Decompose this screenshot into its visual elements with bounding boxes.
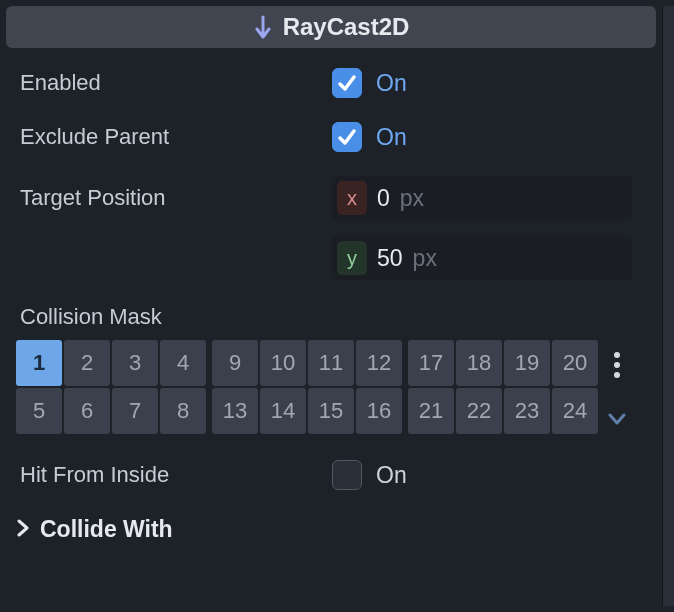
chevron-right-icon [16, 516, 30, 543]
section-header[interactable]: RayCast2D [6, 6, 656, 48]
mask-layer-cell[interactable]: 16 [356, 388, 402, 434]
mask-block: 910111213141516 [212, 340, 402, 434]
section-foldout-collide-with[interactable]: Collide With [6, 502, 664, 553]
mask-layer-cell[interactable]: 12 [356, 340, 402, 386]
hit-from-inside-state-text: On [376, 462, 407, 489]
collide-with-label: Collide With [40, 516, 173, 543]
target-position-y-value: 50 [377, 245, 403, 272]
property-label-collision-mask: Collision Mask [6, 292, 664, 340]
section-title: RayCast2D [283, 13, 410, 41]
unit-label: px [400, 185, 424, 212]
property-row-target-position-y: y 50 px [6, 232, 664, 292]
mask-layer-cell[interactable]: 19 [504, 340, 550, 386]
mask-layer-cell[interactable]: 2 [64, 340, 110, 386]
mask-layer-cell[interactable]: 18 [456, 340, 502, 386]
mask-layer-cell[interactable]: 24 [552, 388, 598, 434]
target-position-x-field[interactable]: x 0 px [332, 176, 632, 220]
property-label: Enabled [20, 70, 320, 96]
collision-mask-area: 123456789101112131415161718192021222324 [6, 340, 664, 434]
exclude-parent-state-text: On [376, 124, 407, 151]
axis-badge-y: y [337, 241, 367, 275]
chevron-down-icon[interactable] [608, 406, 626, 432]
mask-layer-cell[interactable]: 1 [16, 340, 62, 386]
mask-layer-cell[interactable]: 4 [160, 340, 206, 386]
mask-layer-cell[interactable]: 5 [16, 388, 62, 434]
hit-from-inside-checkbox[interactable] [332, 460, 362, 490]
collision-mask-grid: 123456789101112131415161718192021222324 [16, 340, 598, 434]
enabled-state-text: On [376, 70, 407, 97]
enabled-checkbox[interactable] [332, 68, 362, 98]
property-row-exclude-parent: Exclude Parent On [6, 110, 664, 164]
property-row-enabled: Enabled On [6, 56, 664, 110]
target-position-x-value: 0 [377, 185, 390, 212]
unit-label: px [413, 245, 437, 272]
kebab-menu-icon[interactable] [614, 348, 620, 382]
mask-layer-cell[interactable]: 15 [308, 388, 354, 434]
exclude-parent-checkbox[interactable] [332, 122, 362, 152]
mask-layer-cell[interactable]: 22 [456, 388, 502, 434]
mask-layer-cell[interactable]: 7 [112, 388, 158, 434]
mask-block: 1718192021222324 [408, 340, 598, 434]
mask-layer-cell[interactable]: 11 [308, 340, 354, 386]
mask-layer-cell[interactable]: 17 [408, 340, 454, 386]
property-row-hit-from-inside: Hit From Inside On [6, 448, 664, 502]
mask-layer-cell[interactable]: 3 [112, 340, 158, 386]
property-label: Target Position [20, 185, 320, 211]
mask-layer-cell[interactable]: 6 [64, 388, 110, 434]
mask-layer-cell[interactable]: 9 [212, 340, 258, 386]
mask-layer-cell[interactable]: 20 [552, 340, 598, 386]
target-position-y-field[interactable]: y 50 px [332, 236, 632, 280]
property-row-target-position-x: Target Position x 0 px [6, 164, 664, 232]
scrollbar[interactable] [662, 6, 674, 606]
property-label: Hit From Inside [20, 462, 320, 488]
inspector-panel: RayCast2D Enabled On Exclude Parent On T… [0, 0, 674, 612]
arrow-down-icon [253, 15, 273, 39]
axis-badge-x: x [337, 181, 367, 215]
mask-layer-cell[interactable]: 21 [408, 388, 454, 434]
mask-layer-cell[interactable]: 8 [160, 388, 206, 434]
mask-block: 12345678 [16, 340, 206, 434]
property-label: Exclude Parent [20, 124, 320, 150]
mask-layer-cell[interactable]: 14 [260, 388, 306, 434]
mask-layer-cell[interactable]: 13 [212, 388, 258, 434]
mask-layer-cell[interactable]: 10 [260, 340, 306, 386]
mask-layer-cell[interactable]: 23 [504, 388, 550, 434]
